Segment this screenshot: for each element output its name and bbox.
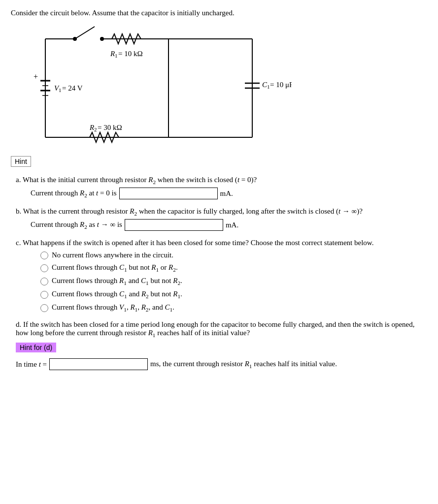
question-a-label: a. What is the initial current through r… — [16, 176, 427, 185]
radio-c-1-label: No current flows anywhere in the circuit… — [52, 251, 173, 259]
unit-a: mA. — [220, 189, 233, 198]
question-d-answer-line: In time t = ms, the current through resi… — [16, 358, 427, 370]
radio-c-5[interactable] — [40, 304, 48, 312]
radio-c-4[interactable] — [40, 291, 48, 299]
question-d-letter: d. — [16, 320, 21, 328]
circuit-diagram: + V 1 = 24 V R 1 = 10 kΩ R 2 = 30 kΩ C 1… — [16, 24, 427, 154]
svg-text:+: + — [34, 72, 38, 81]
question-c-letter: c. — [16, 239, 21, 247]
current-prefix-a: Current through R2 at t = 0 is — [31, 189, 117, 198]
radio-c-3-label: Current flows through R1 and C1 but not … — [52, 277, 182, 286]
svg-text:R: R — [89, 124, 94, 131]
question-d: d. If the switch has been closed for a t… — [16, 320, 427, 370]
answer-input-a[interactable] — [119, 188, 218, 199]
current-prefix-b: Current through R2 as t → ∞ is — [31, 220, 122, 230]
radio-c-4-label: Current flows through C1 and R2 but not … — [52, 290, 182, 299]
radio-option-c-1: No current flows anywhere in the circuit… — [40, 251, 427, 259]
question-c-label: c. What happens if the switch is opened … — [16, 239, 427, 247]
question-d-label: d. If the switch has been closed for a t… — [16, 320, 427, 338]
question-c: c. What happens if the switch is opened … — [16, 239, 427, 313]
radio-option-c-2: Current flows through C1 but not R1 or R… — [40, 263, 427, 273]
radio-c-3[interactable] — [40, 278, 48, 285]
svg-line-6 — [75, 27, 95, 39]
t-inf-b: t — [338, 207, 340, 215]
intro-text: Consider the circuit below. Assume that … — [11, 9, 427, 17]
radio-c-5-label: Current flows through V1, R1, R2, and C1… — [52, 303, 174, 313]
svg-text:= 24 V: = 24 V — [62, 84, 83, 92]
t-eq-0-a: t — [237, 176, 239, 184]
question-b-label: b. What is the current through resistor … — [16, 207, 427, 217]
answer-d-suffix: ms, the current through resistor R1 reac… — [150, 360, 337, 369]
svg-text:1: 1 — [267, 84, 270, 90]
r1-ref-d: R — [148, 329, 153, 337]
svg-text:= 30 kΩ: = 30 kΩ — [98, 124, 122, 131]
question-a-letter: a. — [16, 176, 21, 184]
radio-option-c-5: Current flows through V1, R1, R2, and C1… — [40, 303, 427, 313]
svg-text:1: 1 — [115, 53, 118, 59]
radio-option-c-3: Current flows through R1 and C1 but not … — [40, 277, 427, 286]
questions-container: a. What is the initial current through r… — [16, 176, 427, 370]
svg-text:= 10 kΩ: = 10 kΩ — [118, 50, 143, 58]
answer-input-b[interactable] — [125, 219, 223, 231]
question-b: b. What is the current through resistor … — [16, 207, 427, 231]
hint-d-button[interactable]: Hint for (d) — [16, 343, 56, 352]
svg-text:R: R — [110, 50, 115, 58]
r2-ref-b: R — [130, 207, 134, 215]
answer-d-prefix: In time t = — [16, 360, 47, 369]
radio-c-1[interactable] — [40, 252, 48, 259]
answer-input-d[interactable] — [49, 358, 148, 370]
question-b-answer-line: Current through R2 as t → ∞ is mA. — [31, 219, 427, 231]
unit-b: mA. — [226, 221, 238, 229]
question-a-answer-line: Current through R2 at t = 0 is mA. — [31, 188, 427, 199]
radio-option-c-4: Current flows through C1 and R2 but not … — [40, 290, 427, 299]
svg-text:1: 1 — [59, 87, 62, 93]
svg-text:= 10 μF: = 10 μF — [270, 81, 292, 89]
radio-c-2[interactable] — [40, 264, 48, 272]
hint-button[interactable]: Hint — [11, 156, 31, 167]
question-b-letter: b. — [16, 207, 21, 215]
radio-options-c: No current flows anywhere in the circuit… — [40, 251, 427, 313]
question-a: a. What is the initial current through r… — [16, 176, 427, 199]
radio-c-2-label: Current flows through C1 but not R1 or R… — [52, 263, 178, 273]
svg-text:2: 2 — [94, 126, 97, 132]
